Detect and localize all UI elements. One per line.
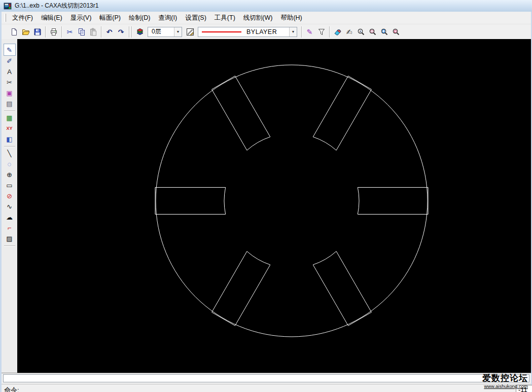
sidebar-tool-slot[interactable]: ⊘ <box>4 191 16 201</box>
match-properties-icon: ✎ <box>307 28 313 35</box>
paste-button[interactable] <box>87 26 99 38</box>
toolbar-separator <box>61 26 62 38</box>
undo-icon: ↶ <box>107 28 113 35</box>
drawing-slot[interactable] <box>313 252 371 326</box>
toolbar-separator <box>301 26 302 38</box>
cut-icon: ✂ <box>67 28 73 35</box>
sidebar-tool-dimension[interactable]: A <box>4 66 16 77</box>
menu-item-7[interactable]: 设置(S) <box>181 12 210 24</box>
print-button[interactable] <box>48 26 59 38</box>
drawing-slot[interactable] <box>358 188 428 215</box>
sidebar-tool-palette[interactable]: ◧ <box>4 134 16 145</box>
sidebar-tool-hatch[interactable]: ▨ <box>4 233 16 244</box>
menu-item-5[interactable]: 绘制(D) <box>125 12 154 24</box>
redo-button[interactable]: ↷ <box>115 26 127 38</box>
toolbar-separator <box>329 26 330 38</box>
sidebar-tool-coordinate-list[interactable]: XY <box>4 123 16 134</box>
zoom-all-button[interactable] <box>378 26 390 38</box>
dynamic-pan-icon: ✍ <box>346 28 352 35</box>
dynamic-zoom-icon: ± <box>357 28 365 36</box>
menu-item-10[interactable]: 帮助(H) <box>276 12 306 24</box>
linetype-combo-value: BYLAYER <box>241 28 289 35</box>
menu-item-1[interactable]: 文件(F) <box>8 12 37 24</box>
open-button[interactable] <box>20 26 31 38</box>
linetype-icon <box>186 28 194 36</box>
filter-icon <box>317 28 326 36</box>
drawing-slot[interactable] <box>155 188 226 215</box>
tool-group-separator <box>4 111 15 111</box>
sidebar-tool-line[interactable]: ╲ <box>4 148 16 159</box>
drawing-circle[interactable] <box>156 65 428 337</box>
layer-manager-button[interactable] <box>134 26 146 38</box>
menu-item-8[interactable]: 工具(T) <box>210 12 239 24</box>
command-bar <box>2 373 531 384</box>
sidebar-tool-contour[interactable]: ☁ <box>4 212 16 223</box>
cut-button[interactable]: ✂ <box>64 26 76 38</box>
command-input[interactable] <box>3 374 529 382</box>
drawing-slot[interactable] <box>212 76 270 151</box>
toolbar-separator <box>129 26 129 38</box>
status-bar: 命令: -11 <box>2 384 531 392</box>
redo-icon: ↷ <box>118 28 124 35</box>
save-button[interactable] <box>31 26 43 38</box>
new-icon <box>10 28 18 36</box>
layer-combo[interactable]: 0层 ▼ <box>148 27 182 37</box>
coordinate-display: -11 <box>516 385 532 392</box>
menu-item-4[interactable]: 幅面(P) <box>95 12 125 24</box>
tool-group-separator <box>4 146 15 147</box>
sidebar-tool-circle[interactable]: ⊕ <box>4 169 16 180</box>
linetype-combo[interactable]: BYLAYER ▼ <box>198 27 297 37</box>
filter-button[interactable] <box>315 26 327 38</box>
menu-item-2[interactable]: 编辑(E) <box>37 12 66 24</box>
drawing-canvas[interactable] <box>17 39 531 373</box>
zoom-all-icon <box>380 28 388 36</box>
title-bar[interactable]: G:\1..exb - CAXA线切割2013r1 <box>0 0 532 12</box>
zoom-previous-button[interactable] <box>390 26 402 38</box>
tool-group-separator <box>4 245 15 246</box>
sidebar-tool-erase[interactable]: ✐ <box>4 56 16 66</box>
paste-icon <box>89 28 97 36</box>
command-prompt-label: 命令: <box>4 386 19 392</box>
redraw-button[interactable] <box>332 26 343 38</box>
main-toolbar: ✂ ↶ ↷ 0层 ▼ BYLAYER ▼ ✎ ✍ ± <box>2 24 531 39</box>
match-properties-button[interactable]: ✎ <box>304 26 315 38</box>
zoom-window-icon <box>369 28 377 36</box>
window-title: G:\1..exb - CAXA线切割2013r1 <box>15 2 98 10</box>
save-icon <box>33 28 42 36</box>
dynamic-pan-button[interactable]: ✍ <box>343 26 355 38</box>
sidebar-tool-corner[interactable]: ⌐ <box>4 223 16 233</box>
drawing-slot[interactable] <box>313 76 371 151</box>
menu-item-6[interactable]: 查询(I) <box>154 12 181 24</box>
zoom-window-button[interactable] <box>367 26 378 38</box>
sidebar-tool-arc[interactable]: ◌ <box>4 159 16 169</box>
drawing-slot[interactable] <box>212 252 270 326</box>
chevron-down-icon[interactable]: ▼ <box>174 27 182 37</box>
sidebar-tool-block[interactable]: ▣ <box>4 88 16 98</box>
copy-button[interactable] <box>76 26 87 38</box>
linetype-button[interactable] <box>184 26 196 38</box>
layer-combo-value: 0层 <box>148 27 174 36</box>
open-icon <box>22 28 30 36</box>
sidebar-tool-trim[interactable]: ✂ <box>4 77 16 88</box>
toolbar-separator <box>131 26 132 38</box>
redraw-icon <box>334 28 342 36</box>
application-window: { "window": { "title": "G:\\1..exb - CAX… <box>0 0 532 392</box>
print-icon <box>50 28 58 36</box>
sidebar-tool-pick-edit[interactable]: ✎ <box>4 44 16 56</box>
drawing-svg[interactable] <box>17 39 531 373</box>
sidebar-tool-raster-image[interactable]: ▦ <box>4 113 16 123</box>
toolbar-separator <box>101 26 101 38</box>
menubar-gripper[interactable] <box>5 14 6 22</box>
dynamic-zoom-button[interactable]: ± <box>355 26 367 38</box>
new-button[interactable] <box>8 26 20 38</box>
sidebar-tool-library[interactable]: ▤ <box>4 98 16 109</box>
sidebar-tool-rectangle[interactable]: ▭ <box>4 180 16 191</box>
menu-bar: 文件(F)编辑(E)显示(V)幅面(P)绘制(D)查询(I)设置(S)工具(T)… <box>2 12 531 24</box>
menu-item-3[interactable]: 显示(V) <box>66 12 96 24</box>
tool-palette: ✎✐A✂▣▤▦XY◧╲◌⊕▭⊘∿☁⌐▨ <box>2 39 17 373</box>
sidebar-tool-spline[interactable]: ∿ <box>4 201 16 212</box>
undo-button[interactable]: ↶ <box>103 26 115 38</box>
chevron-down-icon[interactable]: ▼ <box>289 27 297 37</box>
current-line-swatch <box>202 31 241 32</box>
menu-item-9[interactable]: 线切割(W) <box>239 12 277 24</box>
